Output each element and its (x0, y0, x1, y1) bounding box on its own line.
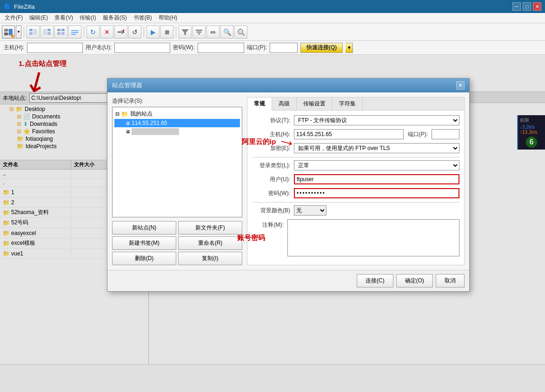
reconnect-button[interactable]: ↺ (128, 26, 141, 39)
root-folder-label: 我的站点 (130, 110, 153, 118)
host-input-dialog[interactable] (294, 129, 404, 139)
host-label-dialog: 主机(H): (252, 131, 294, 138)
close-button[interactable]: ✕ (533, 2, 541, 11)
new-bookmark-button[interactable]: 新建书签(M) (112, 236, 176, 250)
bgcolor-row: 背景颜色(B) 无 (252, 205, 459, 216)
site-item-2[interactable]: 🖥 ████████████ (114, 127, 240, 136)
pass-row: 密码(W): (252, 188, 459, 198)
disconnect-button[interactable] (114, 26, 127, 39)
site-label-1: 114.55.251.65 (132, 120, 167, 126)
pass-label-dialog: 密码(W): (252, 189, 294, 197)
toggle-both-panels[interactable] (54, 26, 67, 39)
dialog-left-panel: 选择记录(S): ⊟ 📁 我的站点 🖥 114.55.251.65 (112, 97, 242, 265)
svg-rect-9 (47, 29, 51, 31)
toggle-local-tree[interactable] (27, 26, 40, 39)
port-label: 端口(P): (247, 44, 267, 52)
password-input[interactable] (198, 43, 244, 53)
delete-button[interactable]: 删除(D) (112, 252, 176, 265)
filter-button[interactable] (179, 26, 192, 39)
bgcolor-select[interactable]: 无 (294, 205, 326, 216)
form-separator-2 (252, 202, 459, 203)
new-folder-button[interactable]: 新文件夹(F) (178, 221, 242, 235)
site-manager-button[interactable] (2, 26, 15, 39)
username-input[interactable] (114, 43, 170, 53)
search-button[interactable]: 🔍 (220, 26, 233, 39)
pass-label: 密码(W): (173, 44, 195, 52)
site-item-1[interactable]: 🖥 114.55.251.65 (114, 119, 240, 127)
process-queue-button[interactable]: ▶ (146, 26, 160, 39)
svg-rect-1 (4, 33, 8, 35)
svg-rect-14 (61, 32, 65, 35)
dialog-body: 选择记录(S): ⊟ 📁 我的站点 🖥 114.55.251.65 (107, 92, 469, 270)
site-icon-1: 🖥 (126, 121, 130, 126)
toggle-remote-tree[interactable] (40, 26, 53, 39)
tab-general[interactable]: 常规 (247, 98, 272, 111)
file-search-button[interactable]: ? (234, 26, 247, 39)
host-input[interactable] (27, 43, 83, 53)
dialog-overlay: 站点管理器 ✕ 选择记录(S): ⊟ 📁 我的站点 (0, 55, 545, 392)
port-input-dialog[interactable] (432, 129, 459, 139)
svg-text:?: ? (239, 30, 241, 34)
toggle-filter-button[interactable] (193, 26, 206, 39)
protocol-row: 协议(T): FTP - 文件传输协议 (252, 115, 459, 125)
login-type-row: 登录类型(L): 正常 (252, 160, 459, 170)
menu-server[interactable]: 服务器(S) (100, 13, 130, 23)
connect-button[interactable]: 连接(C) (357, 274, 393, 287)
refresh-button[interactable]: ↻ (86, 26, 100, 39)
cancel-button[interactable]: 取消 (436, 274, 465, 287)
stop-queue-button[interactable]: ⏹ (160, 26, 173, 39)
toolbar-separator-4 (176, 26, 176, 38)
copy-button[interactable]: 复制(I) (178, 252, 242, 265)
maximize-button[interactable]: □ (523, 2, 531, 11)
encryption-select[interactable]: 如果可用，使用显式的 FTP over TLS (294, 143, 459, 153)
dialog-close-button[interactable]: ✕ (456, 81, 465, 90)
host-row: 主机(H): 端口(P): (252, 129, 459, 139)
title-bar: 🔵 FileZilla ─ □ ✕ (0, 0, 545, 13)
quick-connect-dropdown[interactable]: ▼ (346, 43, 353, 53)
ok-button[interactable]: 确定(O) (396, 274, 433, 287)
site-list-label: 选择记录(S): (112, 97, 242, 105)
port-label-dialog: 端口(P): (404, 131, 432, 138)
port-input[interactable] (270, 43, 298, 53)
notes-textarea[interactable] (287, 219, 459, 256)
menu-edit[interactable]: 编辑(E) (27, 13, 51, 23)
rename-button[interactable]: 重命名(R) (178, 236, 242, 250)
protocol-select[interactable]: FTP - 文件传输协议 (294, 115, 459, 125)
sync-browse-button[interactable]: ⇔ (206, 26, 219, 39)
menu-bookmarks[interactable]: 书签(B) (131, 13, 155, 23)
notes-label: 注释(M): (252, 219, 287, 229)
svg-rect-15 (71, 30, 79, 31)
svg-rect-5 (29, 29, 33, 31)
form-separator-1 (252, 157, 459, 157)
protocol-label: 协议(T): (252, 117, 294, 124)
menu-view[interactable]: 查看(V) (52, 13, 76, 23)
tab-charset[interactable]: 字符集 (332, 98, 363, 110)
svg-rect-7 (33, 29, 37, 35)
pass-input-dialog[interactable] (294, 188, 459, 198)
dialog-footer: 连接(C) 确定(O) 取消 (107, 270, 469, 291)
site-root-folder[interactable]: ⊟ 📁 我的站点 (114, 109, 240, 119)
site-manager-dropdown[interactable]: ▼ (16, 26, 21, 39)
menu-transfer[interactable]: 传输(I) (77, 13, 99, 23)
svg-line-29 (242, 33, 245, 36)
transfer-queue-toggle[interactable] (68, 26, 81, 39)
dialog-title-text: 站点管理器 (112, 81, 142, 90)
tab-advanced[interactable]: 高级 (272, 98, 297, 110)
minimize-button[interactable]: ─ (512, 2, 521, 11)
root-folder-icon: 📁 (121, 111, 128, 118)
encryption-row: 加密(E): 如果可用，使用显式的 FTP over TLS (252, 143, 459, 153)
tab-transfer-settings[interactable]: 传输设置 (297, 98, 332, 110)
svg-line-23 (123, 30, 124, 31)
svg-rect-8 (43, 29, 47, 35)
quick-connect-button[interactable]: 快速连接(Q) (300, 43, 343, 53)
user-input-dialog[interactable] (294, 174, 459, 184)
login-type-select[interactable]: 正常 (294, 160, 459, 170)
svg-rect-16 (71, 32, 79, 33)
menu-help[interactable]: 帮助(H) (156, 13, 180, 23)
abort-button[interactable]: ✕ (100, 26, 113, 39)
menu-file[interactable]: 文件(F) (2, 13, 26, 23)
bgcolor-label: 背景颜色(B) (252, 207, 294, 215)
tab-general-content: 协议(T): FTP - 文件传输协议 主机(H): 端口(P): (247, 111, 464, 265)
new-site-button[interactable]: 新站点(N) (112, 221, 176, 235)
site-icon-2: 🖥 (126, 129, 130, 134)
